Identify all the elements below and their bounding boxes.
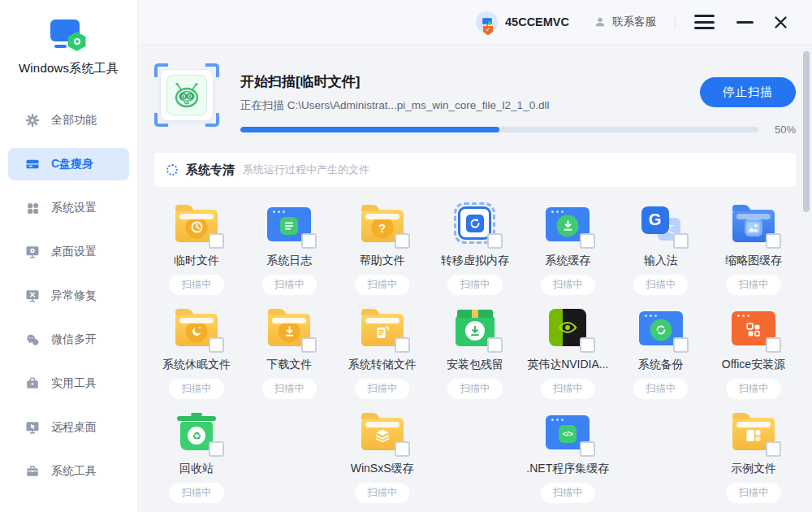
item-checkbox[interactable] — [395, 233, 410, 249]
folder-download-icon — [265, 304, 313, 350]
monitor-gear-icon — [25, 245, 40, 259]
item-checkbox[interactable] — [301, 233, 317, 249]
sidebar-item-3[interactable]: 桌面设置 — [8, 236, 129, 268]
package-icon — [451, 304, 499, 350]
item-checkbox[interactable] — [209, 337, 224, 353]
window-cache-icon — [543, 200, 592, 246]
progress-fill — [240, 127, 499, 132]
scan-item[interactable]: 英伟达NVIDIA...扫描中 — [525, 304, 610, 399]
item-checkbox[interactable] — [766, 337, 781, 353]
window-office-icon — [729, 304, 778, 350]
item-checkbox[interactable] — [395, 337, 410, 353]
scan-item-label: 系统转储文件 — [348, 358, 417, 372]
app-logo-icon — [50, 20, 88, 49]
item-checkbox[interactable] — [301, 337, 317, 353]
sidebar-item-1[interactable]: C盘瘦身 — [8, 148, 129, 180]
close-button[interactable] — [774, 15, 788, 29]
item-checkbox[interactable] — [766, 233, 781, 249]
window-dotnet-icon: </> — [543, 408, 592, 454]
item-checkbox[interactable] — [766, 441, 781, 457]
scan-item-label: .NET程序集缓存 — [526, 462, 609, 476]
menu-button[interactable] — [694, 15, 715, 29]
avatar: ✓ — [476, 11, 498, 33]
scan-item-label: 下载文件 — [266, 358, 312, 372]
scan-item[interactable]: 安装包残留扫描中 — [433, 304, 517, 399]
scan-status-badge: 扫描中 — [262, 275, 317, 295]
scan-item-label: 输入法 — [644, 254, 678, 268]
item-checkbox[interactable] — [673, 337, 689, 353]
item-checkbox[interactable] — [580, 233, 595, 249]
scan-item[interactable]: 系统日志扫描中 — [247, 200, 331, 295]
support-label: 联系客服 — [612, 15, 656, 29]
scan-item[interactable]: 缩略图缓存扫描中 — [711, 200, 796, 295]
section-subtitle: 系统运行过程中产生的文件 — [243, 163, 369, 177]
item-checkbox[interactable] — [487, 233, 503, 249]
scan-item[interactable]: 示例文件扫描中 — [711, 408, 796, 503]
sidebar-item-label: 全部功能 — [51, 113, 97, 128]
scan-item-label: 临时文件 — [174, 254, 219, 268]
contact-support-button[interactable]: 联系客服 — [594, 15, 656, 29]
scan-item[interactable]: </>.NET程序集缓存扫描中 — [525, 408, 610, 503]
scan-item-label: 英伟达NVIDIA... — [527, 358, 608, 372]
item-checkbox[interactable] — [673, 233, 689, 249]
item-checkbox[interactable] — [487, 337, 503, 353]
scan-item[interactable]: 转移虚拟内存扫描中 — [433, 200, 517, 295]
scrollbar[interactable] — [803, 51, 810, 506]
scan-item[interactable]: ♻回收站扫描中 — [154, 408, 239, 503]
scan-item[interactable]: 临时文件扫描中 — [154, 200, 239, 295]
app-title: Windows系统工具 — [0, 61, 137, 76]
chip-refresh-icon — [451, 200, 499, 246]
folder-clock-icon — [172, 200, 221, 246]
item-checkbox[interactable] — [580, 441, 595, 457]
account-chip[interactable]: ✓ 45CCEMVC — [476, 11, 569, 33]
window-log-icon — [265, 200, 313, 246]
titlebar-divider — [675, 15, 676, 29]
sidebar-item-6[interactable]: 实用工具 — [8, 367, 129, 400]
sidebar-item-label: 微信多开 — [51, 332, 97, 347]
scan-item[interactable]: 文G输入法扫描中 — [619, 200, 703, 295]
item-checkbox[interactable] — [209, 441, 224, 457]
shield-badge-icon: ✓ — [483, 26, 493, 36]
scan-item[interactable]: 系统休眠文件扫描中 — [154, 304, 239, 399]
nvidia-icon — [543, 304, 592, 350]
sidebar-item-7[interactable]: 远程桌面 — [8, 411, 129, 444]
sidebar-item-label: 异常修复 — [51, 289, 97, 303]
sidebar-item-label: 系统工具 — [51, 464, 97, 479]
section-header: 系统专清 系统运行过程中产生的文件 — [154, 153, 796, 187]
scan-item-label: 系统日志 — [266, 254, 312, 268]
scan-status-badge: 扫描中 — [355, 483, 410, 503]
minimize-button[interactable] — [736, 21, 754, 24]
scan-item[interactable]: WinSxS缓存扫描中 — [340, 408, 425, 503]
progress-percent: 50% — [758, 124, 796, 136]
titlebar: ✓ 45CCEMVC 联系客服 — [138, 0, 812, 45]
sidebar-item-8[interactable]: 系统工具 — [8, 455, 129, 488]
stop-scan-button[interactable]: 停止扫描 — [700, 77, 796, 107]
monitor-repair-icon — [25, 289, 40, 303]
gear-icon — [25, 113, 40, 128]
translate-icon: 文G — [637, 200, 685, 246]
scan-item[interactable]: ?帮助文件扫描中 — [340, 200, 425, 295]
scrollbar-thumb[interactable] — [803, 51, 810, 212]
person-icon — [594, 15, 607, 28]
drive-icon — [25, 157, 40, 171]
sidebar-item-4[interactable]: 异常修复 — [8, 280, 129, 312]
scan-status-badge: 扫描中 — [541, 275, 596, 295]
scan-status-badge: 扫描中 — [169, 275, 224, 295]
sidebar-nav: 全部功能C盘瘦身系统设置桌面设置异常修复微信多开实用工具远程桌面系统工具 — [0, 104, 137, 488]
folder-thumbnail-icon — [729, 200, 778, 246]
scan-item-label: WinSxS缓存 — [351, 462, 414, 476]
scan-status-badge: 扫描中 — [726, 483, 781, 503]
scan-item[interactable]: 系统备份扫描中 — [619, 304, 703, 399]
sidebar-item-0[interactable]: 全部功能 — [8, 104, 129, 137]
sidebar: Windows系统工具 全部功能C盘瘦身系统设置桌面设置异常修复微信多开实用工具… — [0, 0, 138, 512]
scan-item[interactable]: 下载文件扫描中 — [247, 304, 331, 399]
sidebar-item-2[interactable]: 系统设置 — [8, 192, 129, 224]
item-checkbox[interactable] — [580, 337, 595, 353]
scan-item[interactable]: Office安装源扫描中 — [711, 304, 796, 399]
scan-item[interactable]: 系统转储文件扫描中 — [340, 304, 425, 399]
item-checkbox[interactable] — [395, 441, 410, 457]
item-checkbox[interactable] — [209, 233, 224, 249]
scan-item[interactable]: 系统缓存扫描中 — [525, 200, 610, 295]
sidebar-item-5[interactable]: 微信多开 — [8, 323, 129, 356]
briefcase-icon — [25, 464, 40, 479]
